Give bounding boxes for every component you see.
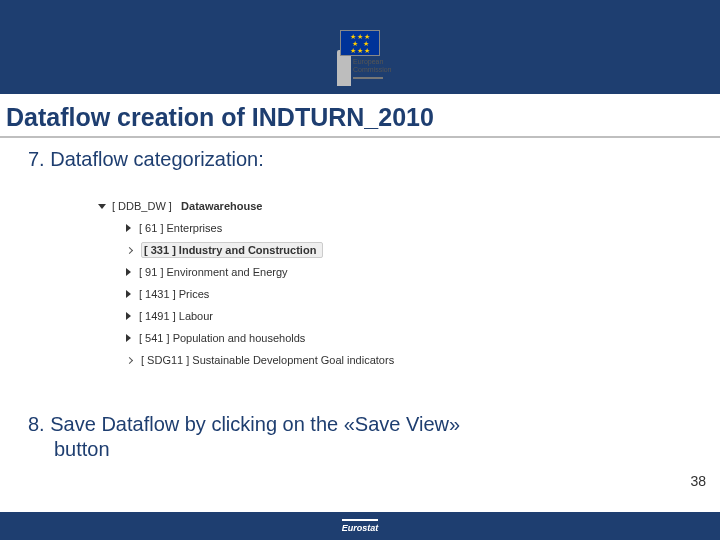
category-tree: [ DDB_DW ] Datawarehouse [ 61 ] Enterpri… — [98, 195, 720, 371]
eu-flag-icon: ★ ★ ★★ ★★ ★ ★ — [340, 30, 380, 56]
tree-item[interactable]: [ SDG11 ] Sustainable Development Goal i… — [98, 349, 720, 371]
ec-logo: ★ ★ ★★ ★★ ★ ★ European Commission — [325, 30, 395, 79]
tree-item[interactable]: [ 541 ] Population and households — [98, 327, 720, 349]
tree-root[interactable]: [ DDB_DW ] Datawarehouse — [98, 195, 720, 217]
tree-item-content: [ 541 ] Population and households — [139, 332, 305, 344]
tree-item-content: [ 91 ] Environment and Energy — [139, 266, 288, 278]
footer-band: Eurostat — [0, 512, 720, 540]
chevron-right-icon — [126, 290, 131, 298]
logo-line1: European — [353, 58, 383, 65]
tree-root-code: [ DDB_DW ] — [112, 200, 172, 212]
chevron-right-icon — [126, 334, 131, 342]
tree-root-label: Datawarehouse — [181, 200, 262, 212]
tree-item-content: [ 331 ] Industry and Construction — [141, 242, 323, 258]
step-8-heading: 8. Save Dataflow by clicking on the «Sav… — [28, 412, 680, 462]
chevron-right-icon — [126, 268, 131, 276]
tree-item-label: Enterprises — [167, 222, 223, 234]
chevron-right-icon — [126, 224, 131, 232]
tree-item-content: [ 1431 ] Prices — [139, 288, 209, 300]
logo-underline — [353, 77, 383, 79]
tree-item-code: [ SDG11 ] — [141, 354, 192, 366]
header-band: ★ ★ ★★ ★★ ★ ★ European Commission — [0, 0, 720, 94]
tree-item-label: Prices — [179, 288, 210, 300]
tree-item-label: Population and households — [173, 332, 306, 344]
tree-item-content: [ 61 ] Enterprises — [139, 222, 222, 234]
tree-item-label: Environment and Energy — [167, 266, 288, 278]
step8-line2: button — [28, 437, 680, 462]
tree-item-content: [ SDG11 ] Sustainable Development Goal i… — [141, 354, 394, 366]
page-title: Dataflow creation of INDTURN_2010 — [0, 103, 720, 138]
tree-item[interactable]: [ 331 ] Industry and Construction — [98, 239, 720, 261]
tree-item[interactable]: [ 91 ] Environment and Energy — [98, 261, 720, 283]
tree-item-code: [ 541 ] — [139, 332, 173, 344]
chevron-down-icon — [98, 204, 106, 209]
tree-item-label: Labour — [179, 310, 213, 322]
chevron-right-icon — [126, 356, 133, 363]
step-7-heading: 7. Dataflow categorization: — [28, 148, 720, 171]
step8-line1: 8. Save Dataflow by clicking on the «Sav… — [28, 413, 460, 435]
tree-item[interactable]: [ 1431 ] Prices — [98, 283, 720, 305]
logo-line2: Commission — [353, 66, 392, 73]
tree-item-label: Sustainable Development Goal indicators — [192, 354, 394, 366]
tree-item-code: [ 331 ] — [144, 244, 179, 256]
tree-item-content: [ 1491 ] Labour — [139, 310, 213, 322]
chevron-right-icon — [126, 246, 133, 253]
page-number: 38 — [690, 473, 706, 489]
tree-item-code: [ 1491 ] — [139, 310, 179, 322]
tree-item[interactable]: [ 61 ] Enterprises — [98, 217, 720, 239]
tree-item-label: Industry and Construction — [179, 244, 317, 256]
tree-item-code: [ 91 ] — [139, 266, 167, 278]
chevron-right-icon — [126, 312, 131, 320]
tree-item[interactable]: [ 1491 ] Labour — [98, 305, 720, 327]
tree-item-code: [ 61 ] — [139, 222, 167, 234]
footer-label: Eurostat — [342, 519, 379, 533]
tree-item-code: [ 1431 ] — [139, 288, 179, 300]
